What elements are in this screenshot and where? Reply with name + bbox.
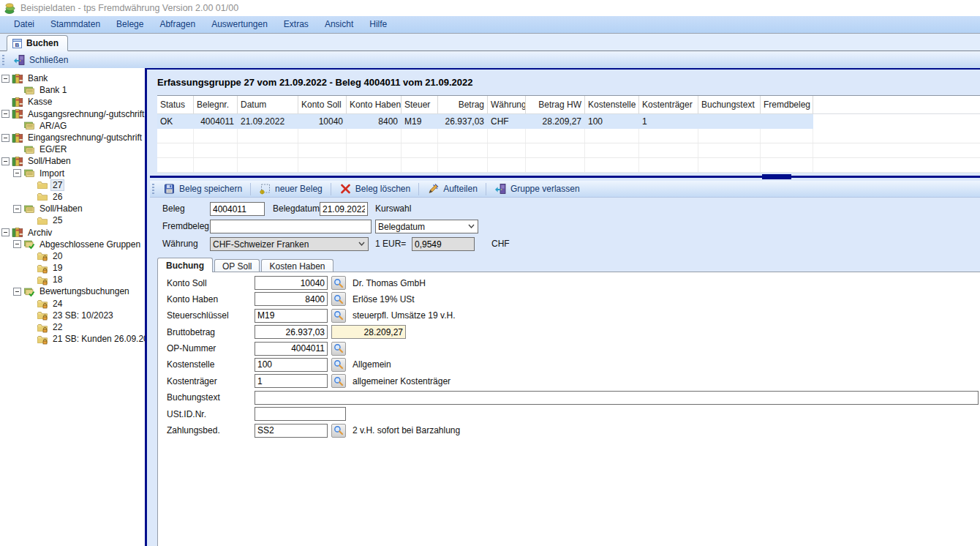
grid-cell-w-hrung[interactable]: CHF — [488, 114, 526, 129]
kostentr-ger-input[interactable] — [255, 374, 328, 388]
zahlungsbed-input[interactable] — [255, 424, 328, 438]
toolbar-gripper[interactable] — [2, 55, 4, 65]
grid-header-cell-steuer[interactable]: Steuer — [402, 96, 438, 113]
grid-cell-betrag[interactable]: 26.937,03 — [438, 114, 488, 129]
grid-header-cell-buchungstext[interactable]: Buchungstext — [698, 96, 761, 113]
tree-item-bank-1[interactable]: Bank 1 — [0, 84, 145, 96]
tree-item-kasse[interactable]: Kasse — [0, 96, 145, 108]
waehrung-combo[interactable]: CHF-Schweizer Franken — [210, 237, 369, 251]
menu-item-extras[interactable]: Extras — [276, 16, 317, 33]
belegdatum-input[interactable] — [320, 202, 368, 216]
grid-header-cell-konto-soll[interactable]: Konto Soll — [298, 96, 347, 113]
tree-item-25[interactable]: 25 — [0, 214, 145, 226]
grid-cell-fremdbeleg[interactable] — [761, 114, 813, 129]
kostentr-ger-lookup-button[interactable] — [331, 374, 346, 388]
grid-cell-kostentr-ger[interactable]: 1 — [639, 114, 698, 129]
grid-header-cell-belegnr[interactable]: Belegnr. — [194, 96, 238, 113]
collapse-expander-icon[interactable] — [13, 240, 21, 248]
menu-item-ansicht[interactable]: Ansicht — [317, 16, 361, 33]
bruttobetrag-home-currency-input[interactable] — [331, 325, 406, 339]
beleg-input[interactable] — [210, 202, 265, 216]
fremdbeleg-input[interactable] — [210, 220, 372, 233]
tree-item-24[interactable]: 24 — [0, 298, 145, 310]
tree-item-20[interactable]: 20 — [0, 250, 145, 262]
tree-item-ar-ag[interactable]: AR/AG — [0, 120, 145, 132]
rate-input[interactable] — [412, 237, 475, 251]
collapse-expander-icon[interactable] — [13, 169, 21, 177]
grid-header-cell-datum[interactable]: Datum — [238, 96, 298, 113]
tree-item-bank[interactable]: Bank — [0, 72, 145, 84]
grid-cell-belegnr[interactable]: 4004011 — [194, 114, 238, 129]
grid-cell-konto-haben[interactable]: 8400 — [347, 114, 402, 129]
collapse-expander-icon[interactable] — [1, 110, 10, 118]
neuer-beleg-button[interactable]: neuer Beleg — [253, 182, 328, 197]
grid-data-row[interactable]: OK400401121.09.2022100408400M1926.937,03… — [157, 114, 980, 129]
grid-cell-status[interactable]: OK — [157, 114, 194, 129]
collapse-expander-icon[interactable] — [13, 205, 21, 213]
zahlungsbed-lookup-button[interactable] — [331, 424, 346, 438]
tree-item-eg-er[interactable]: EG/ER — [0, 143, 145, 155]
tree-item-soll-haben[interactable]: Soll/Haben — [0, 155, 145, 167]
tree-item-19[interactable]: 19 — [0, 262, 145, 274]
tab-kosten-haben[interactable]: Kosten Haben — [261, 259, 333, 272]
tree-item-ausgangsrechnung-gutschrift[interactable]: Ausgangsrechnung/-gutschrift — [0, 108, 145, 120]
kostenstelle-input[interactable] — [255, 358, 328, 372]
konto-haben-input[interactable] — [255, 292, 328, 306]
steuerschl-ssel-input[interactable] — [255, 309, 328, 323]
tab-op-soll[interactable]: OP Soll — [214, 259, 260, 272]
menu-item-abfragen[interactable]: Abfragen — [151, 16, 203, 33]
hscrollbar-track[interactable] — [150, 176, 980, 178]
konto-soll-input[interactable] — [255, 276, 328, 290]
grid-cell-buchungstext[interactable] — [698, 114, 761, 129]
bruttobetrag-input[interactable] — [255, 325, 328, 339]
aufteilen-button[interactable]: Aufteilen — [421, 182, 483, 197]
grid-header-cell-w-hrung[interactable]: Währung — [488, 96, 526, 113]
tree-item-archiv[interactable]: Archiv — [0, 226, 145, 238]
tab-buchen[interactable]: B Buchen — [7, 35, 68, 51]
collapse-expander-icon[interactable] — [1, 134, 10, 142]
hscrollbar-thumb[interactable] — [762, 174, 791, 179]
tree-item-26[interactable]: 26 — [0, 191, 145, 203]
tree-item-23-sb-10-2023[interactable]: 23 SB: 10/2023 — [0, 310, 145, 321]
menu-item-hilfe[interactable]: Hilfe — [361, 16, 395, 33]
menu-item-belege[interactable]: Belege — [108, 16, 151, 33]
tree-item-22[interactable]: 22 — [0, 321, 145, 333]
tree-item-18[interactable]: 18 — [0, 274, 145, 285]
gruppe-verlassen-button[interactable]: Gruppe verlassen — [489, 182, 586, 197]
grid-header-cell-betrag-hw[interactable]: Betrag HW — [526, 96, 585, 113]
tree-item-abgeschlossene-gruppen[interactable]: Abgeschlossene Gruppen — [0, 239, 145, 250]
konto-haben-lookup-button[interactable] — [331, 292, 346, 306]
tree-item-eingangsrechnung-gutschrift[interactable]: Eingangsrechnung/-gutschrift — [0, 132, 145, 143]
grid-header-cell-kostentr-ger[interactable]: Kostenträger — [639, 96, 698, 113]
kostenstelle-lookup-button[interactable] — [331, 358, 346, 372]
grid-header-cell-kostenstelle[interactable]: Kostenstelle — [585, 96, 639, 113]
tree-item-import[interactable]: Import — [0, 168, 145, 179]
beleg-l-schen-button[interactable]: Beleg löschen — [333, 182, 416, 197]
tab-buchung[interactable]: Buchung — [157, 258, 213, 272]
op-nummer-lookup-button[interactable] — [331, 342, 346, 356]
grid-header-cell-fremdbeleg[interactable]: Fremdbeleg — [761, 96, 813, 113]
menu-item-auswertungen[interactable]: Auswertungen — [203, 16, 276, 33]
steuerschl-ssel-lookup-button[interactable] — [331, 309, 346, 323]
grid-cell-konto-soll[interactable]: 10040 — [298, 114, 347, 129]
collapse-expander-icon[interactable] — [1, 228, 10, 236]
konto-soll-lookup-button[interactable] — [331, 276, 346, 290]
menu-item-datei[interactable]: Datei — [6, 16, 42, 33]
op-nummer-input[interactable] — [255, 342, 328, 356]
kurswahl-combo[interactable]: Belegdatum — [375, 220, 478, 233]
grid-hscrollbar[interactable] — [150, 173, 980, 181]
tree-item-soll-haben[interactable]: Soll/Haben — [0, 203, 145, 214]
collapse-expander-icon[interactable] — [13, 288, 21, 296]
grid-cell-kostenstelle[interactable]: 100 — [585, 114, 639, 129]
menu-item-stammdaten[interactable]: Stammdaten — [42, 16, 108, 33]
grid-header-cell-konto-haben[interactable]: Konto Haben — [347, 96, 402, 113]
grid-cell-betrag-hw[interactable]: 28.209,27 — [526, 114, 585, 129]
grid-header-cell-status[interactable]: Status — [157, 96, 194, 113]
grid-cell-steuer[interactable]: M19 — [402, 114, 438, 129]
tree-item-27[interactable]: 27 — [0, 179, 145, 191]
tree-item-21-sb-kunden-26-09-20[interactable]: 21 SB: Kunden 26.09.20 — [0, 333, 145, 345]
tree-item-bewertungsbuchungen[interactable]: Bewertungsbuchungen — [0, 285, 145, 297]
toolbar-gripper[interactable] — [152, 184, 154, 194]
grid-cell-datum[interactable]: 21.09.2022 — [238, 114, 298, 129]
schliessen-button[interactable]: Schließen — [7, 52, 74, 67]
